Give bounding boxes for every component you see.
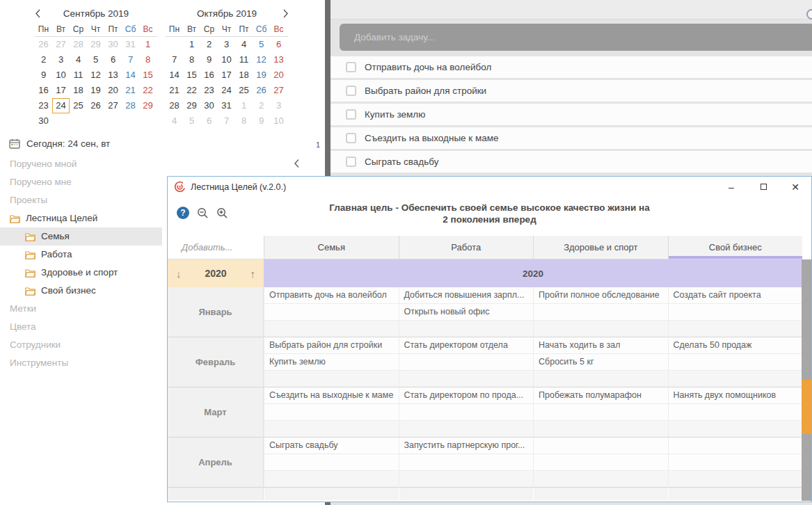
- day-cell[interactable]: 29: [183, 98, 200, 113]
- goal-cell[interactable]: Сделать 50 продаж: [668, 337, 803, 354]
- goal-cell[interactable]: [533, 371, 668, 387]
- day-cell[interactable]: 17: [218, 67, 235, 83]
- goal-cell[interactable]: [668, 371, 803, 387]
- goal-cell[interactable]: Открыть новый офис: [399, 304, 534, 321]
- day-cell[interactable]: 15: [183, 67, 200, 83]
- day-cell[interactable]: 6: [270, 37, 287, 52]
- day-cell[interactable]: 11: [70, 67, 87, 83]
- day-cell[interactable]: 25: [70, 98, 87, 113]
- day-cell[interactable]: 18: [70, 83, 87, 98]
- goal-cell[interactable]: Выбрать район для стройки: [264, 337, 399, 354]
- day-cell[interactable]: 4: [70, 52, 87, 67]
- goal-cell[interactable]: [264, 421, 399, 438]
- day-cell[interactable]: 5: [87, 52, 104, 67]
- day-cell[interactable]: 28: [70, 37, 87, 52]
- goal-cell[interactable]: [264, 471, 399, 488]
- column-header-работа[interactable]: Работа: [399, 236, 534, 259]
- column-header-здоровье-и-спорт[interactable]: Здоровье и спорт: [533, 236, 668, 259]
- goal-cell[interactable]: [533, 454, 668, 471]
- day-cell[interactable]: 9: [200, 52, 218, 67]
- goal-cell[interactable]: Купить землю: [264, 354, 399, 371]
- day-cell[interactable]: 9: [35, 67, 52, 83]
- task-checkbox[interactable]: [346, 86, 356, 96]
- task-row[interactable]: Отправить дочь на волейбол: [331, 56, 812, 78]
- goal-cell[interactable]: Запустить партнерскую прог...: [399, 438, 534, 454]
- day-cell[interactable]: 31: [122, 37, 139, 52]
- goal-cell[interactable]: [533, 421, 668, 438]
- goal-cell[interactable]: [264, 371, 399, 387]
- goal-cell[interactable]: [264, 304, 399, 321]
- next-month-button[interactable]: [280, 7, 291, 19]
- goal-cell[interactable]: [264, 404, 399, 421]
- day-cell[interactable]: 25: [235, 83, 253, 98]
- day-cell[interactable]: 12: [253, 52, 270, 67]
- close-button[interactable]: ✕: [779, 177, 811, 197]
- goal-cell[interactable]: [668, 321, 803, 337]
- task-row[interactable]: Купить землю: [331, 104, 812, 125]
- goal-cell[interactable]: Отправить дочь на волейбол: [264, 287, 399, 304]
- sidebar-item-сотрудники[interactable]: Сотрудники: [0, 336, 162, 354]
- goal-cell[interactable]: [399, 321, 534, 337]
- day-cell[interactable]: 11: [235, 52, 253, 67]
- day-cell[interactable]: 28: [122, 98, 139, 113]
- day-cell[interactable]: 14: [122, 67, 139, 83]
- goal-cell[interactable]: [533, 404, 668, 421]
- day-cell[interactable]: 27: [104, 98, 122, 113]
- column-header-свой-бизнес[interactable]: Свой бизнес: [668, 236, 803, 259]
- day-cell[interactable]: 7: [166, 52, 183, 67]
- sidebar-item-здоровье-и-спорт[interactable]: Здоровье и спорт: [0, 264, 162, 282]
- day-cell[interactable]: 10: [270, 113, 287, 129]
- day-cell[interactable]: 13: [104, 67, 122, 83]
- day-cell[interactable]: 20: [270, 67, 287, 83]
- day-cell[interactable]: 5: [253, 37, 270, 52]
- day-cell[interactable]: 6: [200, 113, 218, 129]
- zoom-in-icon[interactable]: [216, 207, 228, 219]
- day-cell[interactable]: 8: [183, 52, 200, 67]
- day-cell[interactable]: 7: [218, 113, 235, 129]
- goal-cell[interactable]: [399, 471, 534, 488]
- sidebar-item-свой-бизнес[interactable]: Свой бизнес: [0, 282, 162, 300]
- day-cell[interactable]: 22: [183, 83, 200, 98]
- day-cell[interactable]: 23: [35, 98, 52, 113]
- sidebar-item-работа[interactable]: Работа: [0, 246, 162, 264]
- goal-cell[interactable]: [533, 471, 668, 488]
- goal-cell[interactable]: Сбросить 5 кг: [533, 354, 668, 371]
- day-cell[interactable]: 26: [35, 37, 52, 52]
- sidebar-item-проекты[interactable]: Проекты: [0, 191, 162, 209]
- task-row[interactable]: Съездить на выходные к маме: [331, 127, 812, 149]
- day-cell[interactable]: 21: [122, 83, 139, 98]
- zoom-out-icon[interactable]: [197, 207, 209, 219]
- day-cell[interactable]: 3: [270, 98, 287, 113]
- day-cell[interactable]: 5: [183, 113, 200, 129]
- day-cell[interactable]: 17: [52, 83, 70, 98]
- collapse-panel-button[interactable]: [294, 157, 305, 170]
- day-cell[interactable]: 8: [235, 113, 253, 129]
- day-cell[interactable]: 12: [87, 67, 104, 83]
- goal-cell[interactable]: Стать директором отдела: [399, 337, 534, 354]
- sidebar-item-поручено-мной[interactable]: Поручено мной: [0, 155, 162, 173]
- task-row[interactable]: Выбрать район для стройки: [331, 80, 812, 102]
- goal-cell[interactable]: [264, 321, 399, 337]
- day-cell[interactable]: 23: [200, 83, 218, 98]
- vertical-scrollbar[interactable]: [802, 259, 811, 501]
- day-cell[interactable]: 24: [218, 83, 235, 98]
- day-cell[interactable]: 16: [200, 67, 218, 83]
- day-cell[interactable]: 8: [139, 52, 157, 67]
- day-cell[interactable]: 27: [270, 83, 287, 98]
- sidebar-item-today[interactable]: Сегодня: 24 сен, вт: [9, 138, 110, 149]
- goal-cell[interactable]: Сыграть свадьбу: [264, 438, 399, 454]
- day-cell[interactable]: 27: [52, 37, 70, 52]
- goal-cell[interactable]: Съездить на выходные к маме: [264, 387, 399, 404]
- sidebar-item-поручено-мне[interactable]: Поручено мне: [0, 173, 162, 191]
- day-cell[interactable]: 4: [235, 37, 253, 52]
- day-cell[interactable]: 30: [200, 98, 218, 113]
- day-cell[interactable]: 6: [104, 52, 122, 67]
- sidebar-item-семья[interactable]: Семья: [0, 227, 162, 246]
- day-cell[interactable]: 1: [235, 98, 253, 113]
- day-cell[interactable]: 29: [139, 98, 157, 113]
- day-cell[interactable]: 16: [35, 83, 52, 98]
- task-checkbox[interactable]: [346, 109, 356, 120]
- year-down-button[interactable]: ↓: [176, 268, 182, 280]
- goal-cell[interactable]: [399, 454, 534, 471]
- column-header-семья[interactable]: Семья: [264, 236, 399, 259]
